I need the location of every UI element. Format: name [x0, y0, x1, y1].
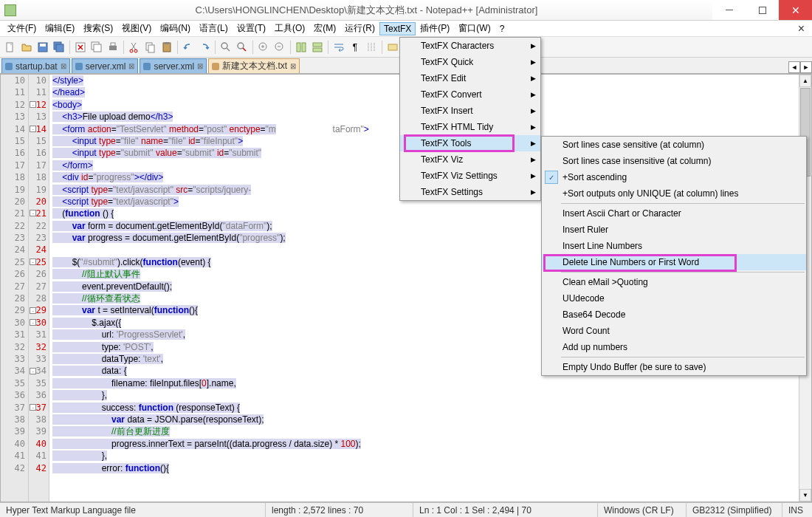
fold-icon[interactable]: - — [30, 101, 36, 108]
fold-icon[interactable]: - — [30, 210, 36, 216]
submenu-arrow-icon: ▶ — [531, 140, 536, 147]
tab-next-button[interactable]: ► — [800, 61, 812, 73]
paste-button[interactable] — [159, 40, 174, 55]
menu-item-0[interactable]: 文件(F) — [3, 21, 41, 36]
textfx-menu-item-3[interactable]: TextFX Convert▶ — [400, 86, 540, 103]
close-tab-button[interactable] — [73, 40, 88, 55]
code-line[interactable]: progress.innerText = parseInt((data.prog… — [49, 438, 799, 450]
scroll-down-button[interactable]: ▼ — [799, 489, 811, 501]
tools-menu-item-14[interactable]: Add up numbers — [542, 339, 806, 355]
fold-icon[interactable]: - — [30, 126, 36, 132]
tools-menu-item-8[interactable]: Delete Line Numbers or First Word — [542, 254, 806, 270]
tools-menu-item-16[interactable]: Empty Undo Buffer (be sure to save) — [542, 359, 806, 375]
code-line[interactable]: }, — [49, 450, 799, 462]
tools-menu-item-13[interactable]: Word Count — [542, 323, 806, 339]
mdi-close-icon[interactable]: × — [798, 22, 805, 35]
print-button[interactable] — [106, 40, 120, 55]
tab-close-icon[interactable]: ⊠ — [128, 62, 134, 70]
code-line[interactable]: //前台更新进度 — [49, 425, 799, 437]
indent-guide-button[interactable] — [364, 40, 379, 55]
menu-item-3[interactable]: 视图(V) — [117, 21, 156, 36]
tools-menu-item-1[interactable]: Sort lines case insensitive (at column) — [542, 153, 806, 169]
zoom-out-button[interactable] — [272, 40, 287, 55]
menu-item-11[interactable]: 插件(P) — [416, 21, 454, 36]
textfx-menu-item-7[interactable]: TextFX Viz▶ — [400, 151, 540, 168]
menu-item-9[interactable]: 运行(R) — [340, 21, 379, 36]
save-button[interactable] — [35, 40, 50, 55]
tools-menu-item-11[interactable]: UUdecode — [542, 290, 806, 307]
find-button[interactable] — [219, 40, 233, 55]
menu-label: TextFX Quick — [421, 57, 473, 67]
tab-1[interactable]: server.xml⊠ — [72, 58, 139, 73]
code-line[interactable]: success: function (responseText) { — [49, 402, 799, 414]
lang-button[interactable] — [385, 40, 400, 55]
textfx-menu[interactable]: TextFX Characters▶TextFX Quick▶TextFX Ed… — [399, 37, 541, 201]
menu-item-8[interactable]: 宏(M) — [309, 21, 340, 36]
show-all-chars-button[interactable]: ¶ — [348, 40, 362, 55]
menu-item-4[interactable]: 编码(N) — [156, 21, 195, 36]
fold-icon[interactable]: - — [30, 258, 36, 265]
code-line[interactable]: }, — [49, 389, 799, 401]
svg-point-16 — [221, 43, 227, 49]
tab-close-icon[interactable]: ⊠ — [61, 62, 66, 70]
tab-close-icon[interactable]: ⊠ — [197, 62, 203, 70]
tab-2[interactable]: server.xml⊠ — [140, 58, 207, 73]
textfx-menu-item-8[interactable]: TextFX Viz Settings▶ — [400, 168, 540, 184]
code-line[interactable]: var data = JSON.parse(responseText); — [49, 414, 799, 425]
close-button[interactable]: ✕ — [779, 0, 812, 20]
textfx-menu-item-6[interactable]: TextFX Tools▶ — [400, 135, 540, 151]
tools-menu-item-12[interactable]: Base64 Decode — [542, 307, 806, 323]
tools-menu-item-6[interactable]: Insert Ruler — [542, 222, 806, 238]
menu-item-6[interactable]: 设置(T) — [233, 21, 270, 36]
tab-prev-button[interactable]: ◄ — [788, 61, 800, 73]
menu-item-7[interactable]: 工具(O) — [270, 21, 309, 36]
textfx-menu-item-5[interactable]: TextFX HTML Tidy▶ — [400, 119, 540, 135]
fold-icon[interactable]: - — [30, 404, 36, 411]
minimize-button[interactable] — [712, 0, 746, 20]
menu-item-10[interactable]: TextFX — [379, 22, 416, 35]
textfx-menu-item-4[interactable]: TextFX Insert▶ — [400, 103, 540, 119]
fold-icon[interactable]: - — [30, 319, 36, 326]
fold-icon[interactable]: - — [30, 368, 36, 374]
tab-close-icon[interactable]: ⊠ — [290, 62, 296, 70]
sync-v-button[interactable] — [294, 40, 309, 55]
zoom-in-button[interactable] — [256, 40, 271, 55]
textfx-menu-item-1[interactable]: TextFX Quick▶ — [400, 54, 540, 70]
close-all-button[interactable] — [89, 40, 104, 55]
save-all-button[interactable] — [52, 40, 66, 55]
textfx-menu-item-2[interactable]: TextFX Edit▶ — [400, 70, 540, 86]
menu-item-1[interactable]: 编辑(E) — [41, 21, 79, 36]
wrap-button[interactable] — [331, 40, 346, 55]
undo-button[interactable] — [181, 40, 196, 55]
tab-0[interactable]: startup.bat⊠ — [1, 58, 70, 73]
menu-item-5[interactable]: 语言(L) — [195, 21, 233, 36]
tools-menu-item-7[interactable]: Insert Line Numbers — [542, 238, 806, 254]
open-file-button[interactable] — [19, 40, 34, 55]
redo-button[interactable] — [197, 40, 212, 55]
tools-menu-item-0[interactable]: Sort lines case sensitive (at column) — [542, 137, 806, 153]
submenu-arrow-icon: ▶ — [531, 91, 536, 98]
menu-item-12[interactable]: 窗口(W) — [454, 21, 495, 36]
textfx-menu-item-9[interactable]: TextFX Settings▶ — [400, 184, 540, 200]
tools-menu-item-5[interactable]: Insert Ascii Chart or Character — [542, 205, 806, 222]
new-file-button[interactable] — [3, 40, 18, 55]
code-line[interactable]: error: function(){ — [49, 462, 799, 474]
cut-button[interactable] — [127, 40, 142, 55]
replace-button[interactable] — [235, 40, 250, 55]
menu-item-2[interactable]: 搜索(S) — [79, 21, 117, 36]
textfx-tools-submenu[interactable]: Sort lines case sensitive (at column)Sor… — [541, 136, 807, 376]
textfx-menu-item-0[interactable]: TextFX Characters▶ — [400, 38, 540, 54]
tab-3[interactable]: 新建文本文档.txt⊠ — [208, 58, 300, 73]
tools-menu-item-2[interactable]: ✓+Sort ascending — [542, 169, 806, 185]
copy-button[interactable] — [143, 40, 158, 55]
maximize-button[interactable] — [746, 0, 779, 20]
code-line[interactable]: filename: fileInput.files[0].name, — [49, 377, 799, 389]
scroll-up-button[interactable]: ▲ — [799, 75, 811, 87]
tools-menu-item-3[interactable]: +Sort outputs only UNIQUE (at column) li… — [542, 185, 806, 202]
check-icon: ✓ — [545, 171, 558, 184]
tools-menu-item-10[interactable]: Clean eMail >Quoting — [542, 274, 806, 290]
sync-h-button[interactable] — [310, 40, 325, 55]
submenu-arrow-icon: ▶ — [531, 58, 536, 66]
menu-item-13[interactable]: ? — [495, 22, 509, 35]
fold-icon[interactable]: - — [30, 307, 36, 314]
